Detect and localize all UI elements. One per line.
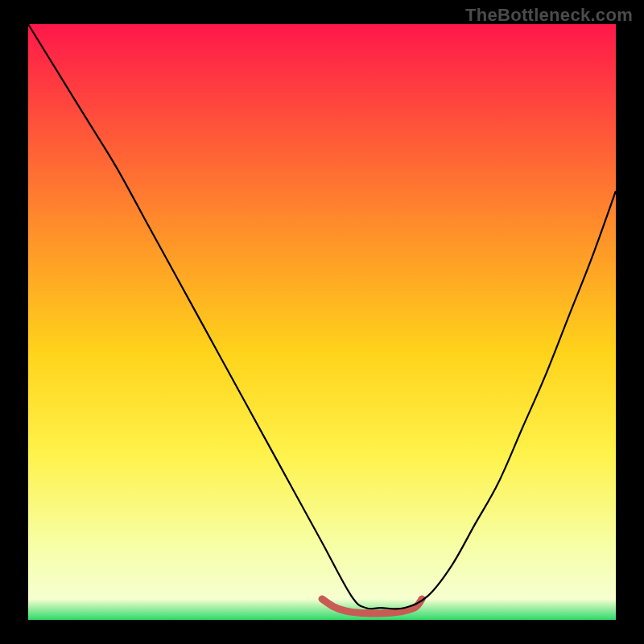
plot-svg [0,0,644,644]
plot-background [28,24,616,620]
chart-canvas: TheBottleneck.com [0,0,644,644]
watermark-text: TheBottleneck.com [465,5,633,26]
